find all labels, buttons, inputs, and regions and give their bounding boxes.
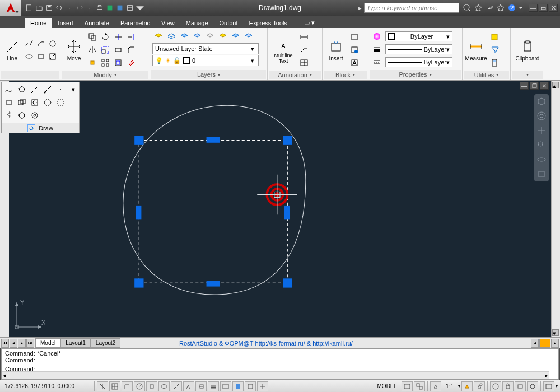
grid-icon[interactable]: [109, 381, 120, 391]
hardware-icon[interactable]: [515, 381, 526, 391]
plot2-icon[interactable]: [115, 3, 124, 12]
help-icon[interactable]: ?: [507, 3, 516, 12]
table-icon[interactable]: [298, 57, 310, 69]
polyline-icon[interactable]: [23, 38, 35, 50]
layer-make-icon[interactable]: [230, 30, 242, 43]
color-combo[interactable]: ByLayer▾: [385, 31, 452, 41]
am-icon[interactable]: [257, 381, 268, 391]
dyn-icon[interactable]: [195, 381, 207, 391]
redo-icon[interactable]: [75, 3, 84, 12]
color-wheel-icon[interactable]: [371, 30, 383, 43]
rotate-icon[interactable]: [99, 31, 111, 43]
props-icon[interactable]: [125, 3, 134, 12]
ellipse-icon[interactable]: [23, 50, 35, 63]
navigation-bar[interactable]: [534, 94, 549, 181]
layer-off-icon[interactable]: [204, 30, 216, 43]
layout-tab-2[interactable]: Layout2: [91, 338, 121, 348]
dp-point-icon[interactable]: [54, 83, 67, 96]
qat-dropdown-icon[interactable]: [136, 3, 144, 12]
attr-icon[interactable]: A: [348, 57, 361, 69]
ducs-icon[interactable]: [183, 381, 194, 391]
zoom-icon[interactable]: [536, 140, 547, 150]
tab-home[interactable]: Home: [25, 18, 52, 28]
mtext-button[interactable]: A Multiline Text: [270, 30, 297, 69]
tab-output-panel[interactable]: ▭ ▾: [298, 17, 320, 28]
tab-output[interactable]: Output: [214, 18, 244, 28]
new-icon[interactable]: [25, 3, 34, 12]
cmd-scroll-right[interactable]: ▸: [545, 372, 548, 379]
vertical-scrollbar[interactable]: ▴ ▾: [551, 81, 560, 337]
scale-icon[interactable]: [99, 44, 111, 56]
ortho-icon[interactable]: [122, 381, 133, 391]
comm-icon[interactable]: [474, 3, 483, 12]
layer-state-combo[interactable]: Unsaved Layer State▾: [152, 43, 259, 54]
layout-tab-model[interactable]: Model: [35, 338, 60, 348]
layer-iso-icon[interactable]: [178, 30, 190, 43]
tab-annotate[interactable]: Annotate: [79, 18, 115, 28]
lwt-icon[interactable]: [208, 381, 219, 391]
rect-icon[interactable]: [35, 50, 47, 63]
lt-icon[interactable]: [371, 56, 383, 68]
dp-pin-icon[interactable]: [27, 124, 35, 132]
3dosnap-icon[interactable]: [158, 381, 170, 391]
toolbar-lock-icon[interactable]: [502, 381, 514, 391]
osnap-icon[interactable]: [146, 381, 157, 391]
tab-first-button[interactable]: ⏮: [1, 339, 9, 348]
dp-spline-icon[interactable]: [3, 83, 15, 96]
polar-icon[interactable]: [134, 381, 145, 391]
edit-block-icon[interactable]: [348, 44, 361, 56]
dp-polyline-icon[interactable]: [29, 83, 41, 96]
arc-icon[interactable]: [35, 38, 47, 50]
dp-ray-icon[interactable]: [41, 83, 54, 96]
hscroll-right[interactable]: ▸: [551, 339, 559, 348]
search-go-icon[interactable]: [463, 3, 472, 12]
model-button[interactable]: MODEL: [374, 383, 401, 389]
circle-icon[interactable]: [46, 38, 59, 50]
cmd-scroll-left[interactable]: ◂: [3, 372, 6, 379]
cmd-hscroll[interactable]: ◂ ▸: [2, 371, 549, 379]
array-icon[interactable]: [99, 57, 111, 69]
sc-icon[interactable]: [245, 381, 256, 391]
orbit-icon[interactable]: [536, 155, 547, 165]
tray-drop-icon[interactable]: ▾: [556, 384, 558, 389]
help-drop-icon[interactable]: [519, 3, 523, 12]
layer-current-combo[interactable]: 💡 ☀ 🔓 0▾: [152, 55, 259, 66]
hatch-icon[interactable]: [46, 50, 59, 63]
trim-icon[interactable]: [112, 31, 124, 43]
dim-icon[interactable]: [298, 31, 310, 43]
select-icon[interactable]: [488, 31, 501, 43]
tab-parametric[interactable]: Parametric: [115, 18, 156, 28]
ws-icon[interactable]: [490, 381, 501, 391]
explode-icon[interactable]: [86, 57, 99, 69]
quickview-layouts-icon[interactable]: [402, 381, 413, 391]
drawing-canvas[interactable]: Y X — ❐ ✕: [9, 81, 551, 337]
pan-icon[interactable]: [536, 125, 547, 136]
calc-icon[interactable]: [488, 57, 501, 69]
tab-manage[interactable]: Manage: [180, 18, 214, 28]
command-window[interactable]: Command: *Cancel* Command: Command: ◂ ▸: [1, 348, 559, 380]
dp-drop-icon[interactable]: ▾: [67, 83, 80, 96]
offset-icon[interactable]: [112, 57, 124, 69]
qselect-icon[interactable]: [488, 44, 501, 56]
stretch-icon[interactable]: [112, 44, 124, 56]
clean-screen-icon[interactable]: [543, 381, 554, 391]
scale-text[interactable]: 1:1: [442, 383, 457, 389]
dp-rect-icon[interactable]: [3, 96, 15, 109]
annoscale-icon[interactable]: [430, 381, 441, 391]
move-button[interactable]: Move: [63, 30, 85, 69]
create-block-icon[interactable]: [348, 31, 361, 43]
erase-icon[interactable]: [125, 57, 137, 69]
fillet-icon[interactable]: [125, 44, 137, 56]
tab-prev-button[interactable]: ◂: [10, 339, 17, 348]
annovis-icon[interactable]: [461, 381, 473, 391]
tab-last-button[interactable]: ⏭: [26, 339, 34, 348]
isolate-icon[interactable]: [527, 381, 538, 391]
leader-icon[interactable]: [298, 44, 310, 56]
dp-region-icon[interactable]: [16, 96, 28, 109]
layer-match-icon[interactable]: [242, 30, 255, 43]
layer-prop-icon[interactable]: [152, 30, 165, 43]
dp-revcloud-icon[interactable]: [41, 96, 54, 109]
dp-boundary-icon[interactable]: [54, 96, 67, 109]
qp-icon[interactable]: [232, 381, 244, 391]
doc-close-button[interactable]: ✕: [540, 82, 549, 90]
